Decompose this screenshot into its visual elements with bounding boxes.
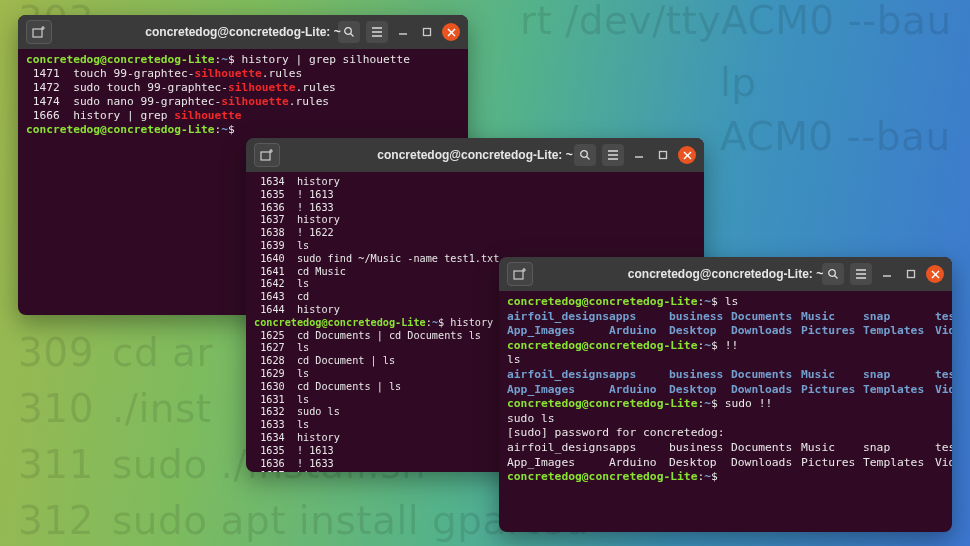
- search-button[interactable]: [338, 21, 360, 43]
- bg-hist-tail: rt /dev/ttyACM0 --bau: [520, 0, 952, 43]
- svg-line-4: [351, 34, 354, 37]
- bg-hist-num: 309: [18, 330, 94, 375]
- titlebar[interactable]: concretedog@concretedog-Lite: ~: [499, 257, 952, 291]
- bg-hist-num: 311: [18, 442, 94, 487]
- svg-point-27: [829, 270, 836, 277]
- svg-line-28: [835, 276, 838, 279]
- minimize-button[interactable]: [394, 23, 412, 41]
- bg-hist-text: cd ar: [112, 330, 213, 375]
- svg-rect-21: [660, 152, 667, 159]
- svg-point-3: [345, 28, 352, 35]
- titlebar[interactable]: concretedog@concretedog-Lite: ~: [18, 15, 468, 49]
- svg-rect-12: [261, 152, 270, 160]
- bg-hist-tail: ACM0 --bau: [720, 114, 951, 159]
- new-tab-button[interactable]: [254, 143, 280, 167]
- terminal-body[interactable]: concretedog@concretedog-Lite:~$ lsairfoi…: [499, 291, 952, 532]
- svg-rect-24: [514, 271, 523, 279]
- new-tab-button[interactable]: [507, 262, 533, 286]
- close-button[interactable]: [442, 23, 460, 41]
- terminal-window-3[interactable]: concretedog@concretedog-Lite: ~ concrete…: [499, 257, 952, 532]
- minimize-button[interactable]: [630, 146, 648, 164]
- svg-rect-9: [424, 29, 431, 36]
- search-button[interactable]: [574, 144, 596, 166]
- close-button[interactable]: [926, 265, 944, 283]
- new-tab-button[interactable]: [26, 20, 52, 44]
- svg-rect-0: [33, 29, 42, 37]
- search-button[interactable]: [822, 263, 844, 285]
- svg-rect-33: [908, 271, 915, 278]
- maximize-button[interactable]: [654, 146, 672, 164]
- hamburger-menu-button[interactable]: [850, 263, 872, 285]
- bg-hist-num: 312: [18, 498, 94, 543]
- svg-point-15: [581, 151, 588, 158]
- maximize-button[interactable]: [418, 23, 436, 41]
- bg-hist-tail: lp: [720, 60, 757, 105]
- hamburger-menu-button[interactable]: [602, 144, 624, 166]
- hamburger-menu-button[interactable]: [366, 21, 388, 43]
- bg-hist-text: ./inst: [112, 386, 212, 431]
- minimize-button[interactable]: [878, 265, 896, 283]
- svg-line-16: [587, 157, 590, 160]
- titlebar[interactable]: concretedog@concretedog-Lite: ~: [246, 138, 704, 172]
- maximize-button[interactable]: [902, 265, 920, 283]
- close-button[interactable]: [678, 146, 696, 164]
- bg-hist-num: 310: [18, 386, 94, 431]
